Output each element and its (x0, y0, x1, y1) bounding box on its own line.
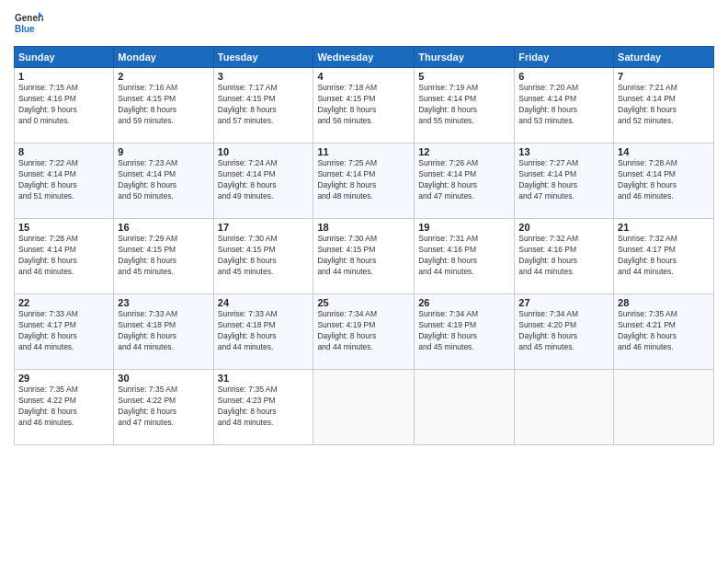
day-info: Sunrise: 7:23 AM Sunset: 4:14 PM Dayligh… (118, 158, 209, 202)
day-cell: 7Sunrise: 7:21 AM Sunset: 4:14 PM Daylig… (614, 68, 714, 144)
week-row-2: 8Sunrise: 7:22 AM Sunset: 4:14 PM Daylig… (15, 144, 714, 219)
day-info: Sunrise: 7:33 AM Sunset: 4:17 PM Dayligh… (18, 309, 109, 353)
day-cell: 15Sunrise: 7:28 AM Sunset: 4:14 PM Dayli… (15, 219, 114, 294)
week-row-1: 1Sunrise: 7:15 AM Sunset: 4:16 PM Daylig… (15, 68, 714, 144)
day-cell: 26Sunrise: 7:34 AM Sunset: 4:19 PM Dayli… (415, 294, 515, 370)
day-cell: 12Sunrise: 7:26 AM Sunset: 4:14 PM Dayli… (415, 144, 515, 219)
day-number: 27 (518, 297, 609, 308)
logo-svg: General Blue (14, 9, 43, 39)
day-cell: 4Sunrise: 7:18 AM Sunset: 4:15 PM Daylig… (313, 68, 415, 144)
day-number: 26 (418, 297, 510, 308)
day-cell: 27Sunrise: 7:34 AM Sunset: 4:20 PM Dayli… (515, 294, 614, 370)
day-cell: 9Sunrise: 7:23 AM Sunset: 4:14 PM Daylig… (114, 144, 213, 219)
day-cell: 2Sunrise: 7:16 AM Sunset: 4:15 PM Daylig… (114, 68, 213, 144)
day-number: 14 (618, 146, 710, 157)
day-number: 8 (18, 146, 109, 157)
logo: General Blue (14, 9, 43, 39)
day-number: 5 (418, 71, 510, 82)
day-cell (515, 370, 614, 445)
day-info: Sunrise: 7:19 AM Sunset: 4:14 PM Dayligh… (418, 83, 510, 127)
day-info: Sunrise: 7:32 AM Sunset: 4:16 PM Dayligh… (518, 234, 609, 278)
day-number: 9 (118, 146, 209, 157)
day-number: 13 (518, 146, 609, 157)
header-day-sunday: Sunday (15, 47, 114, 68)
page: General Blue SundayMondayTuesdayWednesda… (0, 0, 728, 563)
day-cell: 18Sunrise: 7:30 AM Sunset: 4:15 PM Dayli… (313, 219, 415, 294)
day-cell: 30Sunrise: 7:35 AM Sunset: 4:22 PM Dayli… (114, 370, 213, 445)
day-info: Sunrise: 7:33 AM Sunset: 4:18 PM Dayligh… (218, 309, 310, 353)
day-info: Sunrise: 7:30 AM Sunset: 4:15 PM Dayligh… (317, 234, 410, 278)
day-info: Sunrise: 7:20 AM Sunset: 4:14 PM Dayligh… (518, 83, 609, 127)
day-number: 2 (118, 71, 209, 82)
day-info: Sunrise: 7:35 AM Sunset: 4:22 PM Dayligh… (118, 385, 209, 429)
day-number: 28 (618, 297, 710, 308)
day-number: 29 (18, 373, 109, 384)
day-info: Sunrise: 7:22 AM Sunset: 4:14 PM Dayligh… (18, 158, 109, 202)
day-number: 22 (18, 297, 109, 308)
day-info: Sunrise: 7:34 AM Sunset: 4:19 PM Dayligh… (317, 309, 410, 353)
day-number: 6 (518, 71, 609, 82)
day-cell: 13Sunrise: 7:27 AM Sunset: 4:14 PM Dayli… (515, 144, 614, 219)
day-number: 24 (218, 297, 310, 308)
day-info: Sunrise: 7:17 AM Sunset: 4:15 PM Dayligh… (218, 83, 310, 127)
day-number: 25 (317, 297, 410, 308)
day-info: Sunrise: 7:31 AM Sunset: 4:16 PM Dayligh… (418, 234, 510, 278)
day-number: 18 (317, 222, 410, 233)
day-cell: 19Sunrise: 7:31 AM Sunset: 4:16 PM Dayli… (415, 219, 515, 294)
day-number: 15 (18, 222, 109, 233)
day-cell: 23Sunrise: 7:33 AM Sunset: 4:18 PM Dayli… (114, 294, 213, 370)
day-info: Sunrise: 7:35 AM Sunset: 4:22 PM Dayligh… (18, 385, 109, 429)
header-day-monday: Monday (114, 47, 213, 68)
day-info: Sunrise: 7:35 AM Sunset: 4:21 PM Dayligh… (618, 309, 710, 353)
svg-text:Blue: Blue (15, 24, 35, 34)
day-cell: 22Sunrise: 7:33 AM Sunset: 4:17 PM Dayli… (15, 294, 114, 370)
day-cell: 28Sunrise: 7:35 AM Sunset: 4:21 PM Dayli… (614, 294, 714, 370)
day-cell: 11Sunrise: 7:25 AM Sunset: 4:14 PM Dayli… (313, 144, 415, 219)
day-number: 23 (118, 297, 209, 308)
header-day-wednesday: Wednesday (313, 47, 415, 68)
day-info: Sunrise: 7:32 AM Sunset: 4:17 PM Dayligh… (618, 234, 710, 278)
day-cell: 6Sunrise: 7:20 AM Sunset: 4:14 PM Daylig… (515, 68, 614, 144)
day-info: Sunrise: 7:18 AM Sunset: 4:15 PM Dayligh… (317, 83, 410, 127)
day-number: 1 (18, 71, 109, 82)
header-row: SundayMondayTuesdayWednesdayThursdayFrid… (15, 47, 714, 68)
header-day-saturday: Saturday (614, 47, 714, 68)
header-day-thursday: Thursday (415, 47, 515, 68)
day-number: 17 (218, 222, 310, 233)
week-row-4: 22Sunrise: 7:33 AM Sunset: 4:17 PM Dayli… (15, 294, 714, 370)
day-number: 30 (118, 373, 209, 384)
day-cell: 3Sunrise: 7:17 AM Sunset: 4:15 PM Daylig… (213, 68, 313, 144)
day-cell: 24Sunrise: 7:33 AM Sunset: 4:18 PM Dayli… (213, 294, 313, 370)
day-info: Sunrise: 7:34 AM Sunset: 4:19 PM Dayligh… (418, 309, 510, 353)
day-cell: 31Sunrise: 7:35 AM Sunset: 4:23 PM Dayli… (213, 370, 313, 445)
day-info: Sunrise: 7:35 AM Sunset: 4:23 PM Dayligh… (218, 385, 310, 429)
day-info: Sunrise: 7:24 AM Sunset: 4:14 PM Dayligh… (218, 158, 310, 202)
day-info: Sunrise: 7:29 AM Sunset: 4:15 PM Dayligh… (118, 234, 209, 278)
day-cell: 29Sunrise: 7:35 AM Sunset: 4:22 PM Dayli… (15, 370, 114, 445)
day-info: Sunrise: 7:25 AM Sunset: 4:14 PM Dayligh… (317, 158, 410, 202)
day-cell: 5Sunrise: 7:19 AM Sunset: 4:14 PM Daylig… (415, 68, 515, 144)
day-cell (313, 370, 415, 445)
day-info: Sunrise: 7:15 AM Sunset: 4:16 PM Dayligh… (18, 83, 109, 127)
day-number: 16 (118, 222, 209, 233)
day-cell: 8Sunrise: 7:22 AM Sunset: 4:14 PM Daylig… (15, 144, 114, 219)
day-cell: 17Sunrise: 7:30 AM Sunset: 4:15 PM Dayli… (213, 219, 313, 294)
header-day-tuesday: Tuesday (213, 47, 313, 68)
day-cell (614, 370, 714, 445)
day-number: 11 (317, 146, 410, 157)
day-number: 12 (418, 146, 510, 157)
day-cell: 1Sunrise: 7:15 AM Sunset: 4:16 PM Daylig… (15, 68, 114, 144)
day-info: Sunrise: 7:34 AM Sunset: 4:20 PM Dayligh… (518, 309, 609, 353)
day-info: Sunrise: 7:27 AM Sunset: 4:14 PM Dayligh… (518, 158, 609, 202)
day-info: Sunrise: 7:26 AM Sunset: 4:14 PM Dayligh… (418, 158, 510, 202)
day-number: 10 (218, 146, 310, 157)
day-info: Sunrise: 7:21 AM Sunset: 4:14 PM Dayligh… (618, 83, 710, 127)
day-info: Sunrise: 7:28 AM Sunset: 4:14 PM Dayligh… (618, 158, 710, 202)
day-cell (415, 370, 515, 445)
day-number: 19 (418, 222, 510, 233)
week-row-3: 15Sunrise: 7:28 AM Sunset: 4:14 PM Dayli… (15, 219, 714, 294)
day-info: Sunrise: 7:28 AM Sunset: 4:14 PM Dayligh… (18, 234, 109, 278)
day-number: 3 (218, 71, 310, 82)
day-cell: 25Sunrise: 7:34 AM Sunset: 4:19 PM Dayli… (313, 294, 415, 370)
header-day-friday: Friday (515, 47, 614, 68)
